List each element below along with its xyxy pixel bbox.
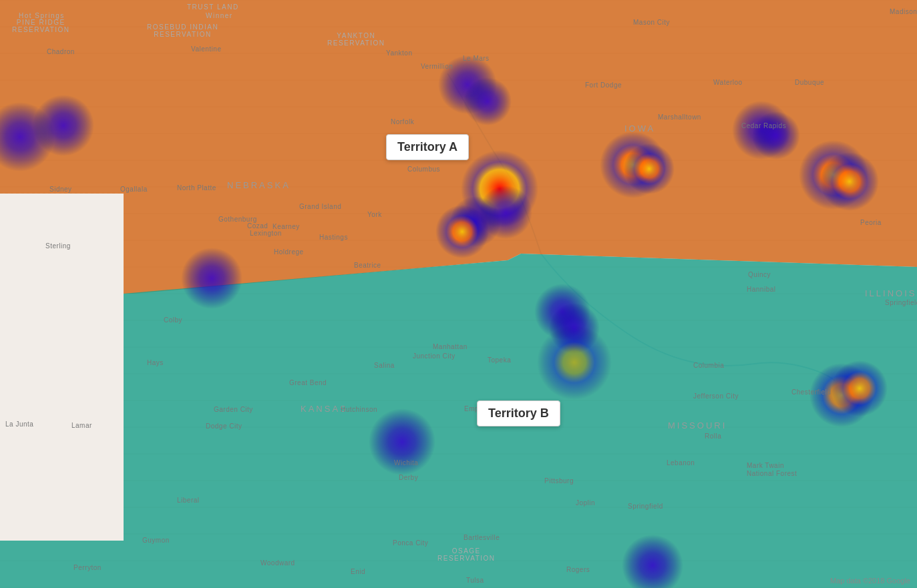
heat-spot-12 [752,111,800,160]
heat-spot-2 [33,95,94,156]
heat-spot-4 [464,77,512,125]
heat-spot-15 [181,248,242,309]
heat-spot-18 [537,325,612,400]
heat-spot-10 [624,143,675,194]
heat-spot-14 [820,152,879,211]
map-container: NEBRASKA IOWA KANSAS MISSOURI ILLINOIS H… [0,0,917,588]
heat-spot-8 [479,186,532,239]
heat-spot-19 [369,408,435,475]
unshaded-left [0,194,124,541]
territory-b-shape [0,254,917,588]
heat-spot-21 [832,360,888,416]
